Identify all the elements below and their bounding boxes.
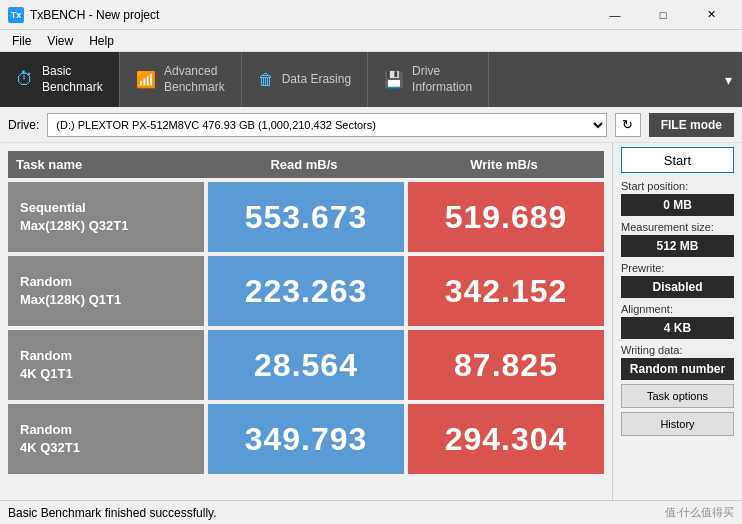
tab-basic-benchmark[interactable]: ⏱ BasicBenchmark <box>0 52 120 107</box>
right-panel: Start Start position: 0 MB Measurement s… <box>612 143 742 500</box>
close-button[interactable]: ✕ <box>688 5 734 25</box>
title-bar: Tx TxBENCH - New project — □ ✕ <box>0 0 742 30</box>
task-options-button[interactable]: Task options <box>621 384 734 408</box>
status-message: Basic Benchmark finished successfully. <box>8 506 217 520</box>
row-2-name: Random4K Q1T1 <box>8 330 204 400</box>
table-row: SequentialMax(128K) Q32T1 553.673 519.68… <box>8 182 604 252</box>
tab-basic-benchmark-label: BasicBenchmark <box>42 64 103 95</box>
start-position-label: Start position: <box>621 180 734 192</box>
app-icon: Tx <box>8 7 24 23</box>
row-3-write: 294.304 <box>408 404 604 474</box>
minimize-button[interactable]: — <box>592 5 638 25</box>
main-area: Task name Read mB/s Write mB/s Sequentia… <box>0 143 742 500</box>
tab-data-erasing[interactable]: 🗑 Data Erasing <box>242 52 368 107</box>
menu-bar: File View Help <box>0 30 742 52</box>
row-1-name: RandomMax(128K) Q1T1 <box>8 256 204 326</box>
table-header: Task name Read mB/s Write mB/s <box>8 151 604 178</box>
tab-dropdown-button[interactable]: ▾ <box>715 52 742 107</box>
start-button[interactable]: Start <box>621 147 734 173</box>
header-task-name: Task name <box>8 151 204 178</box>
watermark: 值·什么值得买 <box>665 505 734 520</box>
writing-data-label: Writing data: <box>621 344 734 356</box>
refresh-icon: ↻ <box>622 117 633 132</box>
tab-drive-information[interactable]: 💾 DriveInformation <box>368 52 489 107</box>
measurement-size-value: 512 MB <box>621 235 734 257</box>
row-1-read: 223.263 <box>208 256 404 326</box>
data-erasing-icon: 🗑 <box>258 71 274 89</box>
menu-help[interactable]: Help <box>81 32 122 50</box>
benchmark-table: Task name Read mB/s Write mB/s Sequentia… <box>0 143 612 500</box>
row-3-name: Random4K Q32T1 <box>8 404 204 474</box>
row-0-read: 553.673 <box>208 182 404 252</box>
row-2-read: 28.564 <box>208 330 404 400</box>
tab-advanced-benchmark-label: AdvancedBenchmark <box>164 64 225 95</box>
maximize-button[interactable]: □ <box>640 5 686 25</box>
header-write: Write mB/s <box>404 151 604 178</box>
tab-drive-information-label: DriveInformation <box>412 64 472 95</box>
tab-advanced-benchmark[interactable]: 📶 AdvancedBenchmark <box>120 52 242 107</box>
history-button[interactable]: History <box>621 412 734 436</box>
prewrite-value: Disabled <box>621 276 734 298</box>
basic-benchmark-icon: ⏱ <box>16 69 34 90</box>
title-bar-left: Tx TxBENCH - New project <box>8 7 159 23</box>
app-title: TxBENCH - New project <box>30 8 159 22</box>
row-1-write: 342.152 <box>408 256 604 326</box>
writing-data-value: Random number <box>621 358 734 380</box>
drive-label: Drive: <box>8 118 39 132</box>
drive-select[interactable]: (D:) PLEXTOR PX-512M8VC 476.93 GB (1,000… <box>47 113 606 137</box>
alignment-value: 4 KB <box>621 317 734 339</box>
tab-data-erasing-label: Data Erasing <box>282 72 351 88</box>
menu-view[interactable]: View <box>39 32 81 50</box>
row-0-write: 519.689 <box>408 182 604 252</box>
menu-file[interactable]: File <box>4 32 39 50</box>
file-mode-button[interactable]: FILE mode <box>649 113 734 137</box>
start-position-value: 0 MB <box>621 194 734 216</box>
alignment-label: Alignment: <box>621 303 734 315</box>
row-3-read: 349.793 <box>208 404 404 474</box>
drive-row: Drive: (D:) PLEXTOR PX-512M8VC 476.93 GB… <box>0 107 742 143</box>
advanced-benchmark-icon: 📶 <box>136 70 156 89</box>
row-0-name: SequentialMax(128K) Q32T1 <box>8 182 204 252</box>
status-bar: Basic Benchmark finished successfully. 值… <box>0 500 742 524</box>
prewrite-label: Prewrite: <box>621 262 734 274</box>
tab-bar: ⏱ BasicBenchmark 📶 AdvancedBenchmark 🗑 D… <box>0 52 742 107</box>
table-row: Random4K Q32T1 349.793 294.304 <box>8 404 604 474</box>
drive-refresh-button[interactable]: ↻ <box>615 113 641 137</box>
table-row: RandomMax(128K) Q1T1 223.263 342.152 <box>8 256 604 326</box>
drive-information-icon: 💾 <box>384 70 404 89</box>
table-row: Random4K Q1T1 28.564 87.825 <box>8 330 604 400</box>
measurement-size-label: Measurement size: <box>621 221 734 233</box>
row-2-write: 87.825 <box>408 330 604 400</box>
window-controls: — □ ✕ <box>592 5 734 25</box>
header-read: Read mB/s <box>204 151 404 178</box>
